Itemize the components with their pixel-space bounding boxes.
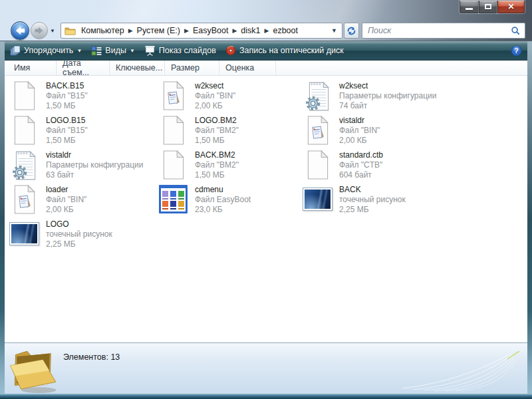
organize-button[interactable]: Упорядочить ▼ [10,45,82,56]
refresh-icon [346,26,356,36]
address-dropdown-icon[interactable]: ▼ [329,27,339,34]
breadcrumb-item[interactable]: EasyBoot [190,25,232,37]
burn-disc-label: Запись на оптический диск [239,46,344,55]
file-item[interactable]: vistaldr Параметры конфигурации 63 байт [9,149,158,184]
file-item[interactable]: w2ksect Параметры конфигурации 74 байт [303,80,525,114]
file-type: Файл "B15" [46,91,88,101]
views-label: Виды [105,46,126,55]
svg-text:?: ? [514,47,518,55]
file-type: Файл EasyBoot [195,195,251,205]
forward-button[interactable] [31,22,48,39]
back-arrow-icon [11,22,29,39]
help-button[interactable]: ? [511,45,522,57]
details-pane: Элементов: 13 [5,342,527,394]
search-container [362,23,525,39]
bitmap-thumbnail-icon [303,184,333,215]
file-grid: BACK.B15 Файл "B15" 1,50 МБ w2ksect Файл… [9,80,525,253]
column-header-row: ИмяДата съем...Ключевые...РазмерОценка [5,61,527,76]
file-item[interactable]: BACK.B15 Файл "B15" 1,50 МБ [9,80,158,114]
breadcrumb-arrow-icon[interactable]: ▶ [231,27,237,34]
file-item[interactable]: BACK точечный рисунок 2,25 МБ [303,184,525,218]
breadcrumb-item[interactable]: Рустем (E:) [134,25,184,37]
file-size: 1,50 МБ [46,101,88,111]
burn-disc-icon [225,45,236,56]
bin-file-icon [303,114,333,146]
views-button[interactable]: Виды ▼ [91,46,135,56]
column-header[interactable]: Размер [165,61,219,75]
breadcrumb-item[interactable]: Компьютер [78,25,128,37]
back-button[interactable] [11,21,29,40]
breadcrumb: Компьютер▶Рустем (E:)▶EasyBoot▶disk1▶ezb… [78,25,301,37]
bitmap-thumbnail-icon [9,218,40,250]
blank-file-icon [9,80,40,112]
file-type: Файл "BM2" [195,126,239,136]
column-header[interactable]: Дата съем... [57,61,110,75]
file-size: 2,00 КБ [195,101,235,111]
file-size: 2,25 МБ [339,205,406,215]
window-controls: ✕ [460,1,525,13]
file-name: LOGO.BM2 [195,116,239,126]
column-header[interactable]: Оценка [219,61,276,75]
current-folder-icon [6,342,65,395]
explorer-window: ✕ ▼ Компьютер▶Рустем (E:)▶EasyBoot▶disk1… [0,0,532,399]
command-toolbar: Упорядочить ▼ Виды ▼ [5,41,527,61]
file-size: 2,00 КБ [46,205,86,215]
refresh-button[interactable] [344,23,359,39]
file-item[interactable]: LOGO точечный рисунок 2,25 МБ [9,218,158,253]
file-size: 1,50 МБ [46,136,88,146]
blank-file-icon [303,149,333,181]
close-button[interactable]: ✕ [497,1,525,13]
breadcrumb-arrow-icon[interactable]: ▶ [128,27,134,34]
search-input[interactable] [366,25,511,36]
file-item[interactable]: LOGO.BM2 Файл "BM2" 1,50 МБ [158,114,303,149]
breadcrumb-arrow-icon[interactable]: ▶ [264,27,270,34]
minimize-button[interactable] [460,1,479,13]
file-name: LOGO [46,219,112,229]
breadcrumb-arrow-icon[interactable]: ▶ [184,27,190,34]
file-item[interactable]: w2ksect Файл "BIN" 2,00 КБ [158,80,303,114]
file-item[interactable]: loader Файл "BIN" 2,00 КБ [9,184,158,218]
maximize-icon [485,4,491,9]
file-item[interactable]: LOGO.B15 Файл "B15" 1,50 МБ [9,114,158,149]
file-type: Параметры конфигурации [339,91,436,101]
slideshow-button[interactable]: Показ слайдов [144,45,216,56]
breadcrumb-item[interactable]: disk1 [237,25,263,37]
file-type: Файл "BIN" [46,195,86,205]
breadcrumb-item[interactable]: ezboot [269,25,301,37]
burn-disc-button[interactable]: Запись на оптический диск [225,45,344,56]
file-list-area[interactable]: BACK.B15 Файл "B15" 1,50 МБ w2ksect Файл… [5,76,527,342]
file-name: standard.ctb [339,150,383,160]
file-item[interactable]: vistaldr Файл "BIN" 2,00 КБ [303,114,525,149]
file-type: Файл "BIN" [339,126,380,136]
file-name: cdmenu [195,185,251,195]
file-size: 604 байт [339,170,383,180]
file-size: 2,25 МБ [46,239,112,249]
file-item[interactable]: BACK.BM2 Файл "BM2" 1,50 МБ [158,149,303,184]
organize-dropdown-icon: ▼ [76,48,82,54]
blank-file-icon [158,149,189,181]
feather-decoration [397,351,523,392]
file-size: 1,50 МБ [195,170,239,180]
address-breadcrumb-bar[interactable]: Компьютер▶Рустем (E:)▶EasyBoot▶disk1▶ezb… [61,23,342,39]
easyboot-file-icon [158,184,189,215]
search-icon[interactable] [511,26,521,36]
close-icon: ✕ [507,2,514,11]
views-icon [91,46,102,56]
file-name: LOGO.B15 [46,116,88,126]
column-header[interactable]: Имя [5,61,57,75]
maximize-button[interactable] [479,1,497,13]
forward-arrow-icon [31,23,47,39]
file-size: 63 байт [46,170,143,180]
file-item[interactable]: standard.ctb Файл "CTB" 604 байт [303,149,525,184]
client-area: Упорядочить ▼ Виды ▼ [5,41,527,394]
file-name: w2ksect [339,81,436,91]
recent-pages-dropdown[interactable]: ▼ [50,28,55,34]
navigation-bar: ▼ Компьютер▶Рустем (E:)▶EasyBoot▶disk1▶e… [0,20,532,41]
file-size: 2,00 КБ [339,136,380,146]
file-name: BACK.B15 [46,81,88,91]
column-header[interactable]: Ключевые... [110,61,165,75]
slideshow-label: Показ слайдов [159,46,216,55]
file-item[interactable]: cdmenu Файл EasyBoot 23,0 КБ [158,184,303,218]
file-type: точечный рисунок [46,229,112,239]
help-icon: ? [511,45,522,57]
